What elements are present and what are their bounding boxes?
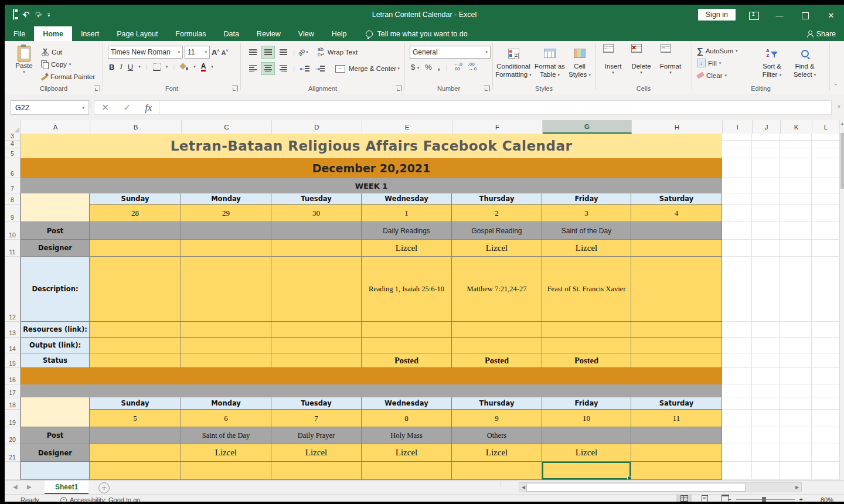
currency-icon[interactable]: $ ▾	[411, 63, 419, 71]
row-header-7[interactable]: 7	[5, 178, 21, 193]
cell-B14[interactable]	[90, 338, 181, 353]
cell-E22[interactable]	[362, 462, 452, 480]
cell-I17[interactable]	[722, 384, 752, 397]
cell-D10[interactable]	[271, 222, 362, 240]
cell-I11[interactable]	[722, 240, 752, 257]
cell-K13[interactable]	[780, 322, 812, 338]
align-middle-button[interactable]	[261, 46, 275, 59]
close-button[interactable]: ✕	[818, 5, 844, 26]
column-header-H[interactable]: H	[632, 120, 723, 134]
cell-B13[interactable]	[90, 322, 181, 338]
cell-I3[interactable]	[722, 134, 752, 141]
cell-I14[interactable]	[722, 338, 752, 353]
ribbon-tab-data[interactable]: Data	[215, 26, 247, 41]
row-header-21[interactable]: 21	[5, 444, 21, 462]
cell-H8[interactable]: Saturday	[631, 193, 722, 205]
cell-D22[interactable]	[271, 462, 362, 480]
cell-C22[interactable]	[181, 462, 271, 480]
cell-D21[interactable]: Lizcel	[271, 444, 362, 462]
cell-B8[interactable]: Sunday	[90, 193, 181, 205]
cell-J5[interactable]	[752, 148, 780, 158]
cell-K18[interactable]	[780, 397, 812, 410]
row-header-6[interactable]: 6	[5, 158, 21, 178]
cell-C21[interactable]: Lizcel	[181, 444, 271, 462]
ribbon-tab-home[interactable]: Home	[34, 26, 72, 41]
select-all-corner[interactable]	[5, 120, 21, 134]
cell-F18[interactable]: Thursday	[452, 397, 542, 410]
align-bottom-button[interactable]	[276, 46, 290, 59]
cell-G11[interactable]: Lizcel	[542, 240, 631, 257]
cell-C19[interactable]: 6	[181, 410, 271, 427]
increase-decimal-icon[interactable]: ←.0.00	[454, 62, 462, 71]
cell-H18[interactable]: Saturday	[631, 397, 722, 410]
ribbon-tab-review[interactable]: Review	[248, 26, 290, 41]
cell-B19[interactable]: 5	[90, 410, 181, 427]
cell-I7[interactable]	[722, 178, 752, 193]
cell-B12[interactable]	[90, 257, 181, 322]
cell-I9[interactable]	[722, 205, 752, 222]
scroll-left-icon[interactable]: ◀	[520, 485, 526, 490]
cell-J14[interactable]	[752, 338, 780, 353]
row-label-A10[interactable]: Post	[21, 222, 90, 240]
cell-K4[interactable]	[780, 141, 812, 148]
zoom-out-icon[interactable]: −	[727, 496, 731, 502]
cell-F9[interactable]: 2	[452, 205, 542, 222]
sign-in-button[interactable]: Sign in	[698, 9, 736, 21]
cell-E8[interactable]: Wednesday	[362, 193, 452, 205]
cell-H13[interactable]	[631, 322, 722, 338]
cell-I6[interactable]	[722, 158, 752, 178]
cell-G9[interactable]: 3	[542, 205, 631, 222]
cell-E18[interactable]: Wednesday	[362, 397, 452, 410]
ribbon-tab-insert[interactable]: Insert	[72, 26, 108, 41]
percent-icon[interactable]: %	[425, 63, 432, 71]
clipboard-dialog-launcher[interactable]	[94, 86, 100, 91]
row-header-13[interactable]: 13	[5, 322, 21, 338]
cell-K22[interactable]	[780, 462, 812, 480]
cell-F15[interactable]: Posted	[452, 353, 542, 368]
vertical-scroll-thumb[interactable]	[840, 133, 844, 189]
row-label-A21[interactable]: Designer	[21, 444, 90, 462]
expand-formula-bar-icon[interactable]: ˅	[838, 104, 840, 110]
cell-I10[interactable]	[722, 222, 752, 240]
row-header-8[interactable]: 8	[5, 193, 21, 205]
column-header-E[interactable]: E	[362, 120, 452, 134]
cell-J22[interactable]	[752, 462, 780, 480]
horizontal-scroll-thumb[interactable]	[526, 483, 746, 492]
cell-E12[interactable]: Reading 1, Isaiah 25:6-10	[362, 257, 452, 322]
row-header-18[interactable]: 18	[5, 397, 21, 410]
borders-icon[interactable]	[153, 63, 161, 71]
cell-L8[interactable]	[812, 193, 839, 205]
row-label-A19[interactable]	[21, 410, 90, 427]
wrap-text-button[interactable]: Wrap Text	[328, 49, 358, 56]
restore-button[interactable]	[792, 5, 818, 26]
cell-J3[interactable]	[752, 134, 780, 141]
cell-J16[interactable]	[752, 368, 780, 384]
column-header-B[interactable]: B	[90, 120, 182, 134]
row-header-15[interactable]: 15	[5, 353, 21, 368]
cell-D11[interactable]	[271, 240, 362, 257]
merged-cell-A6[interactable]: December 20,2021	[21, 158, 722, 178]
cell-B10[interactable]	[90, 222, 181, 240]
row-label-A18[interactable]	[21, 397, 90, 410]
cell-L15[interactable]	[812, 353, 839, 368]
cell-J15[interactable]	[752, 353, 780, 368]
share-button[interactable]: Share	[806, 26, 836, 41]
horizontal-scrollbar[interactable]: ◀ ▶	[519, 482, 802, 492]
fill-button[interactable]: ↓Fill ▾	[697, 57, 738, 69]
cell-K9[interactable]	[780, 205, 812, 222]
cell-K5[interactable]	[780, 148, 812, 158]
column-header-A[interactable]: A	[21, 120, 90, 134]
cell-L5[interactable]	[812, 148, 839, 158]
row-label-A12[interactable]: Description:	[21, 257, 90, 322]
cell-E11[interactable]: Lizcel	[362, 240, 452, 257]
cell-J21[interactable]	[752, 444, 780, 462]
cell-D9[interactable]: 30	[271, 205, 362, 222]
row-header-9[interactable]: 9	[5, 205, 21, 222]
cell-I18[interactable]	[722, 397, 752, 410]
cell-J17[interactable]	[752, 384, 780, 397]
cell-L7[interactable]	[812, 178, 839, 193]
cell-L13[interactable]	[812, 322, 839, 338]
cell-L4[interactable]	[812, 141, 839, 148]
cell-I19[interactable]	[722, 410, 752, 427]
scroll-right-icon[interactable]: ▶	[794, 485, 800, 490]
